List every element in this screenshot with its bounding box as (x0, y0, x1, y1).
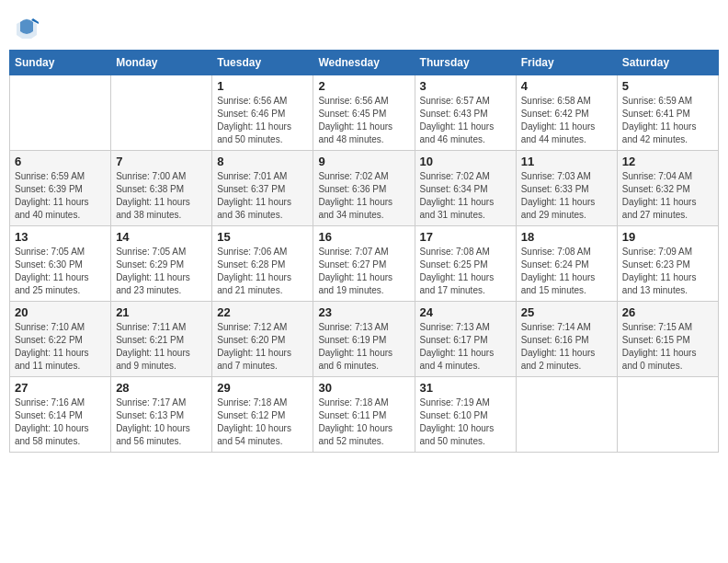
calendar-cell: 30Sunrise: 7:18 AM Sunset: 6:11 PM Dayli… (313, 377, 415, 453)
day-number: 22 (217, 305, 308, 319)
day-info: Sunrise: 7:02 AM Sunset: 6:36 PM Dayligh… (318, 170, 409, 222)
day-info: Sunrise: 7:17 AM Sunset: 6:13 PM Dayligh… (116, 396, 207, 448)
day-number: 13 (15, 230, 106, 244)
calendar-week-row: 27Sunrise: 7:16 AM Sunset: 6:14 PM Dayli… (10, 377, 719, 453)
day-number: 8 (217, 155, 308, 168)
day-info: Sunrise: 6:59 AM Sunset: 6:39 PM Dayligh… (15, 170, 106, 222)
calendar-body: 1Sunrise: 6:56 AM Sunset: 6:46 PM Daylig… (10, 75, 719, 453)
day-info: Sunrise: 7:07 AM Sunset: 6:27 PM Dayligh… (318, 246, 409, 297)
calendar-cell: 29Sunrise: 7:18 AM Sunset: 6:12 PM Dayli… (212, 377, 313, 453)
calendar-week-row: 20Sunrise: 7:10 AM Sunset: 6:22 PM Dayli… (10, 302, 719, 377)
calendar-cell: 11Sunrise: 7:03 AM Sunset: 6:33 PM Dayli… (516, 151, 617, 226)
day-number: 7 (116, 155, 207, 168)
calendar-cell: 24Sunrise: 7:13 AM Sunset: 6:17 PM Dayli… (415, 302, 516, 377)
calendar-cell: 2Sunrise: 6:56 AM Sunset: 6:45 PM Daylig… (313, 75, 415, 151)
calendar-cell: 16Sunrise: 7:07 AM Sunset: 6:27 PM Dayli… (313, 226, 415, 302)
day-info: Sunrise: 7:14 AM Sunset: 6:16 PM Dayligh… (521, 321, 612, 373)
calendar-cell: 8Sunrise: 7:01 AM Sunset: 6:37 PM Daylig… (212, 151, 313, 226)
day-number: 15 (217, 230, 308, 244)
day-info: Sunrise: 7:18 AM Sunset: 6:12 PM Dayligh… (217, 396, 308, 448)
weekday-header: Sunday (10, 51, 111, 75)
day-info: Sunrise: 7:10 AM Sunset: 6:22 PM Dayligh… (15, 321, 106, 373)
calendar-week-row: 1Sunrise: 6:56 AM Sunset: 6:46 PM Daylig… (10, 75, 719, 151)
calendar-cell: 13Sunrise: 7:05 AM Sunset: 6:30 PM Dayli… (10, 226, 111, 302)
day-number: 27 (15, 381, 106, 395)
weekday-header: Saturday (617, 51, 718, 75)
calendar-cell: 25Sunrise: 7:14 AM Sunset: 6:16 PM Dayli… (516, 302, 617, 377)
calendar-cell: 15Sunrise: 7:06 AM Sunset: 6:28 PM Dayli… (212, 226, 313, 302)
day-info: Sunrise: 7:01 AM Sunset: 6:37 PM Dayligh… (217, 170, 308, 222)
day-number: 2 (318, 79, 409, 93)
calendar-cell: 22Sunrise: 7:12 AM Sunset: 6:20 PM Dayli… (212, 302, 313, 377)
calendar-cell: 28Sunrise: 7:17 AM Sunset: 6:13 PM Dayli… (111, 377, 212, 453)
day-number: 31 (420, 381, 511, 395)
calendar-cell: 4Sunrise: 6:58 AM Sunset: 6:42 PM Daylig… (516, 75, 617, 151)
day-info: Sunrise: 7:19 AM Sunset: 6:10 PM Dayligh… (420, 396, 511, 448)
day-number: 1 (217, 79, 308, 93)
day-number: 10 (420, 155, 511, 168)
calendar-cell: 1Sunrise: 6:56 AM Sunset: 6:46 PM Daylig… (212, 75, 313, 151)
weekday-row: SundayMondayTuesdayWednesdayThursdayFrid… (10, 51, 719, 75)
weekday-header: Monday (111, 51, 212, 75)
day-info: Sunrise: 7:16 AM Sunset: 6:14 PM Dayligh… (15, 396, 106, 448)
day-number: 3 (420, 79, 511, 93)
day-number: 20 (15, 305, 106, 319)
day-number: 24 (420, 305, 511, 319)
day-info: Sunrise: 7:05 AM Sunset: 6:30 PM Dayligh… (15, 246, 106, 297)
day-number: 17 (420, 230, 511, 244)
day-info: Sunrise: 7:04 AM Sunset: 6:32 PM Dayligh… (622, 170, 713, 222)
day-info: Sunrise: 7:11 AM Sunset: 6:21 PM Dayligh… (116, 321, 207, 373)
calendar-cell: 19Sunrise: 7:09 AM Sunset: 6:23 PM Dayli… (617, 226, 718, 302)
day-number: 9 (318, 155, 409, 168)
day-number: 25 (521, 305, 612, 319)
day-info: Sunrise: 6:57 AM Sunset: 6:43 PM Dayligh… (420, 95, 511, 146)
calendar-cell: 17Sunrise: 7:08 AM Sunset: 6:25 PM Dayli… (415, 226, 516, 302)
day-info: Sunrise: 7:02 AM Sunset: 6:34 PM Dayligh… (420, 170, 511, 222)
logo-icon (13, 15, 40, 42)
calendar-cell: 21Sunrise: 7:11 AM Sunset: 6:21 PM Dayli… (111, 302, 212, 377)
day-info: Sunrise: 7:03 AM Sunset: 6:33 PM Dayligh… (521, 170, 612, 222)
weekday-header: Friday (516, 51, 617, 75)
day-number: 18 (521, 230, 612, 244)
calendar-cell: 6Sunrise: 6:59 AM Sunset: 6:39 PM Daylig… (10, 151, 111, 226)
day-number: 11 (521, 155, 612, 168)
day-info: Sunrise: 7:13 AM Sunset: 6:19 PM Dayligh… (318, 321, 409, 373)
day-number: 23 (318, 305, 409, 319)
calendar-header: SundayMondayTuesdayWednesdayThursdayFrid… (10, 51, 719, 75)
calendar-cell: 26Sunrise: 7:15 AM Sunset: 6:15 PM Dayli… (617, 302, 718, 377)
weekday-header: Thursday (415, 51, 516, 75)
day-number: 28 (116, 381, 207, 395)
day-info: Sunrise: 7:15 AM Sunset: 6:15 PM Dayligh… (622, 321, 713, 373)
day-number: 21 (116, 305, 207, 319)
calendar-cell: 27Sunrise: 7:16 AM Sunset: 6:14 PM Dayli… (10, 377, 111, 453)
logo (13, 15, 44, 42)
day-info: Sunrise: 6:59 AM Sunset: 6:41 PM Dayligh… (622, 95, 713, 146)
calendar-cell: 9Sunrise: 7:02 AM Sunset: 6:36 PM Daylig… (313, 151, 415, 226)
weekday-header: Wednesday (313, 51, 415, 75)
calendar-cell: 31Sunrise: 7:19 AM Sunset: 6:10 PM Dayli… (415, 377, 516, 453)
calendar-cell: 18Sunrise: 7:08 AM Sunset: 6:24 PM Dayli… (516, 226, 617, 302)
day-info: Sunrise: 7:08 AM Sunset: 6:24 PM Dayligh… (521, 246, 612, 297)
calendar-cell: 7Sunrise: 7:00 AM Sunset: 6:38 PM Daylig… (111, 151, 212, 226)
calendar-cell (516, 377, 617, 453)
day-info: Sunrise: 6:58 AM Sunset: 6:42 PM Dayligh… (521, 95, 612, 146)
day-info: Sunrise: 6:56 AM Sunset: 6:46 PM Dayligh… (217, 95, 308, 146)
calendar-table: SundayMondayTuesdayWednesdayThursdayFrid… (9, 50, 719, 453)
day-number: 4 (521, 79, 612, 93)
calendar-cell: 20Sunrise: 7:10 AM Sunset: 6:22 PM Dayli… (10, 302, 111, 377)
day-info: Sunrise: 7:00 AM Sunset: 6:38 PM Dayligh… (116, 170, 207, 222)
calendar-cell (111, 75, 212, 151)
calendar-cell: 14Sunrise: 7:05 AM Sunset: 6:29 PM Dayli… (111, 226, 212, 302)
day-number: 26 (622, 305, 713, 319)
day-number: 6 (15, 155, 106, 168)
day-number: 19 (622, 230, 713, 244)
day-info: Sunrise: 7:06 AM Sunset: 6:28 PM Dayligh… (217, 246, 308, 297)
calendar-cell: 12Sunrise: 7:04 AM Sunset: 6:32 PM Dayli… (617, 151, 718, 226)
calendar-week-row: 6Sunrise: 6:59 AM Sunset: 6:39 PM Daylig… (10, 151, 719, 226)
calendar-cell: 10Sunrise: 7:02 AM Sunset: 6:34 PM Dayli… (415, 151, 516, 226)
day-number: 29 (217, 381, 308, 395)
page-header (9, 9, 719, 42)
day-info: Sunrise: 7:05 AM Sunset: 6:29 PM Dayligh… (116, 246, 207, 297)
calendar-cell (617, 377, 718, 453)
day-number: 16 (318, 230, 409, 244)
